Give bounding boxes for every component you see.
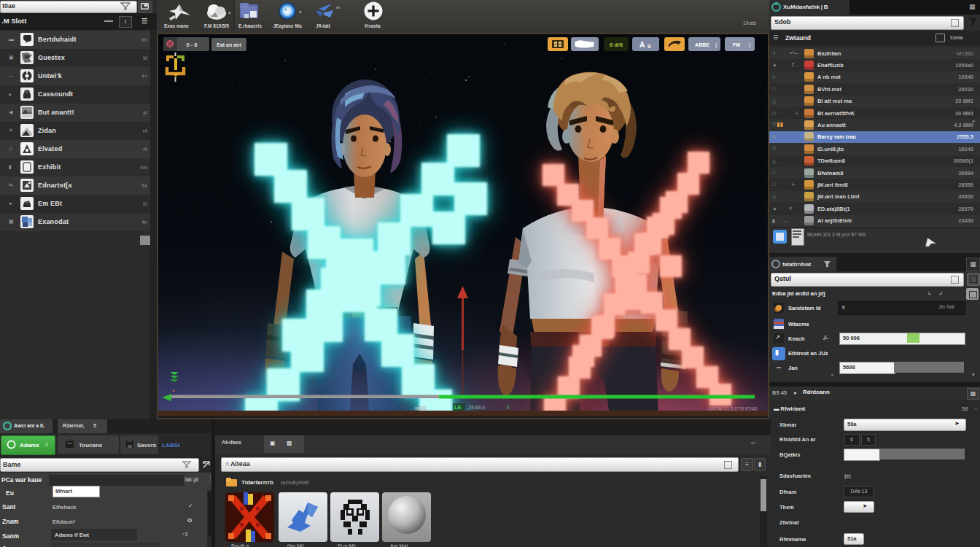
svg-text:|: |	[749, 42, 750, 48]
svg-text:0 - 8: 0 - 8	[186, 42, 197, 48]
svg-text:8 dift: 8 dift	[610, 42, 623, 48]
svg-text:Jfl-tatt: Jfl-tatt	[316, 23, 331, 28]
svg-text:▲: ▲	[171, 388, 176, 392]
svg-text:B: B	[648, 44, 651, 49]
svg-text:ABBE: ABBE	[695, 42, 709, 47]
svg-text:29 Bll.k: 29 Bll.k	[468, 405, 485, 410]
svg-text:Exas mane: Exas mane	[164, 23, 189, 28]
svg-text:LE: LE	[454, 404, 462, 411]
svg-text:E: E	[507, 405, 510, 410]
svg-text:E.rbaaerts: E.rbaaerts	[238, 23, 262, 28]
svg-text:A: A	[639, 41, 645, 49]
svg-text:JEayiane Ma: JEayiane Ma	[273, 23, 301, 29]
svg-text:F.M 815/5/5: F.M 815/5/5	[204, 23, 229, 28]
svg-text:1/trats: 1/trats	[743, 20, 757, 26]
svg-text:Eat an ant: Eat an ant	[217, 42, 241, 47]
svg-text:FM: FM	[733, 42, 740, 47]
svg-text:Kvasta: Kvasta	[365, 23, 381, 28]
svg-text:wEE: wEE	[414, 405, 427, 411]
svg-text:GROM 31.3 ETB 87/48: GROM 31.3 ETB 87/48	[708, 406, 758, 411]
svg-text:a: a	[299, 9, 302, 14]
svg-text:m: m	[336, 5, 340, 9]
